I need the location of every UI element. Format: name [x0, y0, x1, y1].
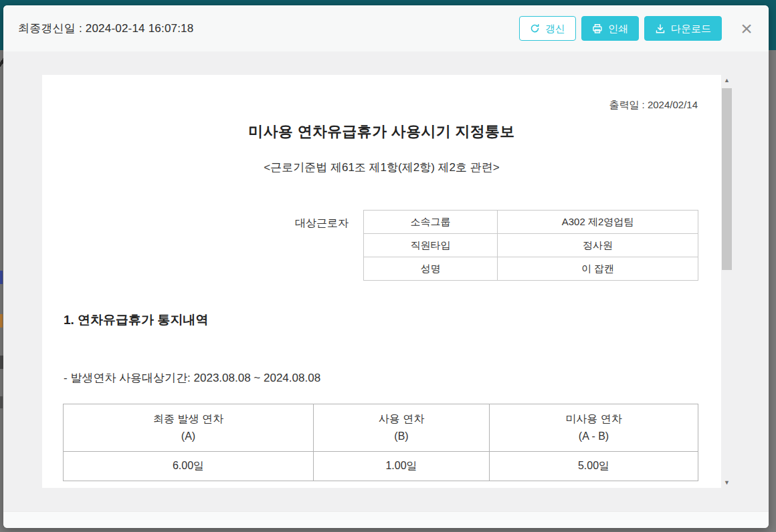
worker-row-value: 정사원	[498, 234, 698, 257]
table-row: 소속그룹 A302 제2영업팀	[364, 211, 698, 234]
header-line: 미사용 연차	[490, 410, 698, 428]
header-actions: 갱신 인쇄 다운로	[519, 16, 758, 41]
refresh-icon	[530, 23, 540, 33]
leave-col-header: 사용 연차 (B)	[314, 404, 490, 452]
download-button-label: 다운로드	[671, 23, 711, 33]
leave-notice-modal: 최종갱신일 : 2024-02-14 16:07:18 갱신	[3, 5, 769, 528]
modal-footer	[3, 511, 769, 528]
table-row: 성명 이 잡캔	[364, 257, 698, 281]
header-line: (A)	[64, 428, 313, 445]
leave-period-line: - 발생연차 사용대상기간: 2023.08.08 ~ 2024.08.08	[64, 370, 320, 386]
worker-row-label: 소속그룹	[364, 211, 498, 234]
download-icon	[655, 23, 666, 34]
section-1-title: 1. 연차유급휴가 통지내역	[64, 311, 208, 329]
download-button[interactable]: 다운로드	[644, 16, 722, 41]
worker-table-caption: 대상근로자	[256, 217, 349, 231]
leave-value-used: 1.00일	[314, 452, 490, 481]
header-line: (A - B)	[490, 428, 698, 445]
leave-value-unused: 5.00일	[490, 452, 698, 481]
vertical-scrollbar[interactable]: ▲ ▼	[721, 77, 733, 486]
scroll-up-arrow-icon[interactable]: ▲	[721, 77, 733, 84]
print-button[interactable]: 인쇄	[581, 16, 639, 41]
printer-icon	[592, 23, 603, 34]
modal-header: 최종갱신일 : 2024-02-14 16:07:18 갱신	[3, 5, 769, 51]
worker-info-table: 소속그룹 A302 제2영업팀 직원타입 정사원 성명 이 잡캔	[363, 210, 698, 281]
table-row: 직원타입 정사원	[364, 234, 698, 257]
scroll-down-arrow-icon[interactable]: ▼	[721, 479, 733, 486]
document-title: 미사용 연차유급휴가 사용시기 지정통보	[42, 122, 721, 142]
last-updated-label: 최종갱신일 : 2024-02-14 16:07:18	[18, 21, 193, 36]
document-viewport: 출력일 : 2024/02/14 미사용 연차유급휴가 사용시기 지정통보 <근…	[3, 51, 769, 511]
worker-row-label: 성명	[364, 257, 498, 281]
table-header-row: 최종 발생 연차 (A) 사용 연차 (B) 미사용 연차 (A - B)	[64, 404, 698, 452]
document-subtitle: <근로기준법 제61조 제1항(제2항) 제2호 관련>	[42, 160, 721, 175]
worker-row-value: A302 제2영업팀	[498, 211, 698, 234]
leave-col-header: 최종 발생 연차 (A)	[64, 404, 314, 452]
background-fragment	[0, 314, 3, 327]
leave-summary-table: 최종 발생 연차 (A) 사용 연차 (B) 미사용 연차 (A - B)	[63, 404, 698, 481]
leave-col-header: 미사용 연차 (A - B)	[490, 404, 698, 452]
header-line: 최종 발생 연차	[64, 410, 313, 428]
print-button-label: 인쇄	[608, 23, 628, 33]
worker-row-label: 직원타입	[364, 234, 498, 257]
leave-value-granted: 6.00일	[64, 452, 314, 481]
refresh-button[interactable]: 갱신	[519, 16, 576, 41]
close-button[interactable]: ×	[735, 16, 758, 41]
background-fragment	[0, 396, 3, 408]
refresh-button-label: 갱신	[545, 23, 565, 33]
table-row: 6.00일 1.00일 5.00일	[64, 452, 698, 481]
document-page: 출력일 : 2024/02/14 미사용 연차유급휴가 사용시기 지정통보 <근…	[42, 75, 721, 488]
scrollbar-thumb[interactable]	[722, 88, 732, 270]
print-date: 출력일 : 2024/02/14	[609, 99, 698, 112]
background-fragment	[0, 271, 3, 284]
worker-row-value: 이 잡캔	[498, 257, 698, 281]
header-line: (B)	[314, 428, 489, 445]
header-line: 사용 연차	[314, 410, 489, 428]
